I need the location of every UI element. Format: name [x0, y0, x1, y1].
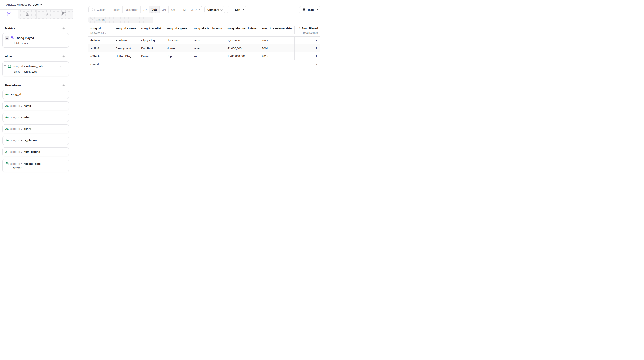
column-header[interactable]: song_id ▸ is_platinum [192, 26, 226, 34]
bar-chart-icon [25, 11, 30, 17]
sort-button[interactable]: Sort [227, 6, 246, 13]
table-row[interactable]: d8d949 Bamboleo Gipsy Kings Flamenco fal… [88, 37, 320, 45]
breakdown-subproperty: artist [24, 116, 30, 119]
breakdown-item[interactable]: Aa song_id ▸ artist [2, 113, 69, 122]
drag-handle-icon[interactable] [4, 65, 6, 67]
tab-retention[interactable] [55, 10, 73, 19]
range-6m[interactable]: 6M [168, 7, 177, 13]
metric-column-header[interactable]: ASong Played Total Events [294, 26, 320, 34]
range-label: 3M [162, 8, 166, 11]
column-header[interactable]: song_id Showing all [88, 26, 114, 34]
chevron-down-icon [29, 42, 31, 44]
filter-title: Filter [5, 55, 12, 58]
table-overall-row: Overall 3 [88, 60, 320, 69]
breakdown-item[interactable]: song_id ▸ release_date by Year [2, 159, 69, 172]
range-custom[interactable]: Custom [88, 7, 109, 13]
column-header[interactable]: song_id ▸ genre [165, 26, 192, 34]
breakdown-subproperty: num_listens [24, 150, 40, 153]
table-row[interactable]: a43fb8 Aerodynamic Daft Punk House false… [88, 45, 320, 52]
metric-aggregation-dropdown[interactable]: Total Events [2, 40, 68, 47]
column-header[interactable]: song_id ▸ release_date [260, 26, 294, 34]
compare-button[interactable]: Compare [204, 6, 225, 13]
filter-card[interactable]: song_id ▸ release_date Since Jun 6, 1987 [2, 61, 69, 76]
range-7d[interactable]: 7D [140, 7, 149, 13]
arrow-right-icon: ▸ [24, 65, 25, 67]
cell-artist: Daft Punk [139, 47, 165, 50]
metrics-section-header: Metrics [5, 26, 66, 30]
metrics-title: Metrics [5, 27, 16, 30]
chevron-down-icon [105, 32, 107, 34]
cell-name: Bamboleo [114, 39, 139, 42]
overall-label: Overall [88, 63, 114, 66]
flows-icon [43, 11, 48, 17]
aggregation-label: Total Events [14, 42, 28, 45]
cell-genre: Flamenco [165, 39, 192, 42]
breakdown-options-menu[interactable] [64, 92, 66, 97]
table-row[interactable]: c994bb Hotline Bling Drake Pop true 1,70… [88, 52, 320, 60]
tab-insights[interactable] [0, 10, 18, 19]
breakdown-item[interactable]: song_id ▸ is_platinum [2, 136, 69, 145]
tab-funnels[interactable] [18, 10, 36, 19]
metric-options-menu[interactable] [64, 36, 66, 40]
chevron-down-icon [40, 3, 42, 5]
breakdown-item[interactable]: Aa song_id [2, 90, 69, 99]
column-header[interactable]: song_id ▸ num_listens [226, 26, 260, 34]
breakdown-options-menu[interactable] [64, 138, 66, 143]
range-today[interactable]: Today [109, 7, 122, 13]
cell-release-date: 2015 [260, 55, 294, 58]
table-header-row: song_id Showing all song_id ▸ name song_… [88, 26, 320, 37]
sort-arrows-icon [230, 8, 234, 12]
remove-filter-button[interactable] [59, 65, 62, 68]
breakdown-date-granularity[interactable]: by Year [2, 166, 68, 172]
breakdown-item[interactable]: # song_id ▸ num_listens [2, 147, 69, 156]
column-header[interactable]: song_id ▸ artist [139, 26, 165, 34]
text-type-icon: Aa [5, 93, 10, 96]
filter-options-menu[interactable] [64, 64, 66, 69]
range-3m[interactable]: 3M [160, 7, 168, 13]
cell-artist: Gipsy Kings [139, 39, 165, 42]
breakdown-subproperty: name [24, 104, 31, 107]
tab-flows[interactable] [36, 10, 55, 19]
breakdown-item[interactable]: Aa song_id ▸ name [2, 102, 69, 110]
table-search[interactable] [88, 17, 154, 23]
search-input[interactable] [96, 18, 146, 22]
breakdown-options-menu[interactable] [64, 104, 66, 108]
add-breakdown-button[interactable] [62, 83, 66, 87]
breakdown-item[interactable]: Aa song_id ▸ genre [2, 125, 69, 133]
range-12m[interactable]: 12M [178, 7, 188, 13]
series-letter-badge: A [5, 36, 9, 40]
dot-grid-icon [61, 11, 66, 17]
text-type-icon: Aa [5, 104, 10, 107]
showing-all-dropdown[interactable]: Showing all [90, 31, 114, 34]
breakdown-options-menu[interactable] [64, 150, 66, 154]
metric-aggregation: Total Events [296, 31, 318, 34]
range-30d[interactable]: 30D [149, 7, 160, 13]
metric-event-name: Song Played [17, 37, 34, 40]
breakdown-subproperty: release_date [24, 162, 41, 165]
breakdown-options-menu[interactable] [64, 115, 66, 120]
column-header-label: song_id [90, 27, 114, 30]
breakdown-options-menu[interactable] [64, 162, 66, 166]
range-label: 12M [180, 8, 186, 11]
breakdown-title: Breakdown [5, 84, 21, 87]
arrow-right-icon: ▸ [22, 139, 22, 141]
cell-metric-value: 1 [294, 52, 320, 60]
range-label: 6M [171, 8, 175, 11]
breakdown-subproperty: is_platinum [24, 139, 39, 142]
breakdown-options-menu[interactable] [64, 127, 66, 131]
range-xtd[interactable]: XTD [188, 7, 202, 13]
chevron-down-icon [242, 8, 244, 10]
analyze-header: Analyze Uniques by User [0, 0, 73, 9]
range-yesterday[interactable]: Yesterday [122, 7, 140, 13]
analyze-entity-dropdown[interactable]: User [32, 3, 39, 6]
chart-type-button[interactable]: Table [299, 6, 320, 13]
cell-metric-value: 1 [294, 37, 320, 44]
column-header[interactable]: song_id ▸ name [114, 26, 139, 34]
number-type-icon: # [5, 150, 10, 154]
metric-card[interactable]: A Song Played Total Events [2, 33, 69, 48]
cell-num-listens: 1,700,000,000 [226, 55, 260, 58]
metric-card-main: A Song Played [2, 33, 68, 40]
add-filter-button[interactable] [62, 55, 66, 59]
add-metric-button[interactable] [62, 26, 66, 30]
filter-condition[interactable]: Since Jun 6, 1987 [2, 69, 68, 76]
